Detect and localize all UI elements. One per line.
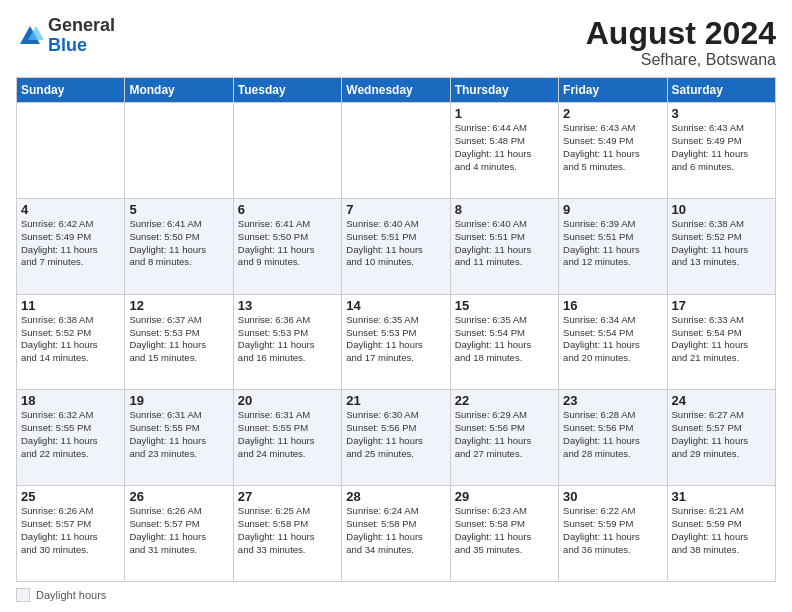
week-row-2: 4Sunrise: 6:42 AM Sunset: 5:49 PM Daylig… <box>17 198 776 294</box>
title-block: August 2024 Sefhare, Botswana <box>586 16 776 69</box>
header-day-friday: Friday <box>559 78 667 103</box>
footer-legend-box <box>16 588 30 602</box>
day-number: 8 <box>455 202 554 217</box>
calendar-cell: 18Sunrise: 6:32 AM Sunset: 5:55 PM Dayli… <box>17 390 125 486</box>
day-number: 15 <box>455 298 554 313</box>
day-info: Sunrise: 6:39 AM Sunset: 5:51 PM Dayligh… <box>563 218 662 269</box>
day-number: 19 <box>129 393 228 408</box>
day-number: 24 <box>672 393 771 408</box>
day-number: 3 <box>672 106 771 121</box>
day-info: Sunrise: 6:24 AM Sunset: 5:58 PM Dayligh… <box>346 505 445 556</box>
calendar-cell: 29Sunrise: 6:23 AM Sunset: 5:58 PM Dayli… <box>450 486 558 582</box>
calendar-cell: 15Sunrise: 6:35 AM Sunset: 5:54 PM Dayli… <box>450 294 558 390</box>
week-row-5: 25Sunrise: 6:26 AM Sunset: 5:57 PM Dayli… <box>17 486 776 582</box>
day-info: Sunrise: 6:43 AM Sunset: 5:49 PM Dayligh… <box>672 122 771 173</box>
calendar-cell <box>125 103 233 199</box>
day-info: Sunrise: 6:31 AM Sunset: 5:55 PM Dayligh… <box>238 409 337 460</box>
calendar-cell: 23Sunrise: 6:28 AM Sunset: 5:56 PM Dayli… <box>559 390 667 486</box>
day-info: Sunrise: 6:42 AM Sunset: 5:49 PM Dayligh… <box>21 218 120 269</box>
day-number: 9 <box>563 202 662 217</box>
day-info: Sunrise: 6:36 AM Sunset: 5:53 PM Dayligh… <box>238 314 337 365</box>
day-number: 26 <box>129 489 228 504</box>
calendar-cell: 21Sunrise: 6:30 AM Sunset: 5:56 PM Dayli… <box>342 390 450 486</box>
calendar-cell <box>233 103 341 199</box>
calendar-cell: 19Sunrise: 6:31 AM Sunset: 5:55 PM Dayli… <box>125 390 233 486</box>
day-number: 28 <box>346 489 445 504</box>
header-day-tuesday: Tuesday <box>233 78 341 103</box>
day-info: Sunrise: 6:41 AM Sunset: 5:50 PM Dayligh… <box>238 218 337 269</box>
calendar-cell: 28Sunrise: 6:24 AM Sunset: 5:58 PM Dayli… <box>342 486 450 582</box>
day-info: Sunrise: 6:27 AM Sunset: 5:57 PM Dayligh… <box>672 409 771 460</box>
header-day-monday: Monday <box>125 78 233 103</box>
day-number: 18 <box>21 393 120 408</box>
day-info: Sunrise: 6:43 AM Sunset: 5:49 PM Dayligh… <box>563 122 662 173</box>
calendar-cell: 17Sunrise: 6:33 AM Sunset: 5:54 PM Dayli… <box>667 294 775 390</box>
calendar-cell: 7Sunrise: 6:40 AM Sunset: 5:51 PM Daylig… <box>342 198 450 294</box>
day-number: 2 <box>563 106 662 121</box>
day-info: Sunrise: 6:22 AM Sunset: 5:59 PM Dayligh… <box>563 505 662 556</box>
day-number: 12 <box>129 298 228 313</box>
calendar-cell: 6Sunrise: 6:41 AM Sunset: 5:50 PM Daylig… <box>233 198 341 294</box>
calendar-cell: 8Sunrise: 6:40 AM Sunset: 5:51 PM Daylig… <box>450 198 558 294</box>
main-title: August 2024 <box>586 16 776 51</box>
calendar-cell <box>342 103 450 199</box>
calendar-cell: 3Sunrise: 6:43 AM Sunset: 5:49 PM Daylig… <box>667 103 775 199</box>
day-info: Sunrise: 6:35 AM Sunset: 5:54 PM Dayligh… <box>455 314 554 365</box>
header: General Blue August 2024 Sefhare, Botswa… <box>16 16 776 69</box>
calendar-cell: 2Sunrise: 6:43 AM Sunset: 5:49 PM Daylig… <box>559 103 667 199</box>
day-info: Sunrise: 6:31 AM Sunset: 5:55 PM Dayligh… <box>129 409 228 460</box>
day-number: 20 <box>238 393 337 408</box>
calendar-cell: 26Sunrise: 6:26 AM Sunset: 5:57 PM Dayli… <box>125 486 233 582</box>
day-info: Sunrise: 6:28 AM Sunset: 5:56 PM Dayligh… <box>563 409 662 460</box>
day-info: Sunrise: 6:32 AM Sunset: 5:55 PM Dayligh… <box>21 409 120 460</box>
header-row: SundayMondayTuesdayWednesdayThursdayFrid… <box>17 78 776 103</box>
day-info: Sunrise: 6:33 AM Sunset: 5:54 PM Dayligh… <box>672 314 771 365</box>
day-info: Sunrise: 6:30 AM Sunset: 5:56 PM Dayligh… <box>346 409 445 460</box>
week-row-4: 18Sunrise: 6:32 AM Sunset: 5:55 PM Dayli… <box>17 390 776 486</box>
calendar-cell: 9Sunrise: 6:39 AM Sunset: 5:51 PM Daylig… <box>559 198 667 294</box>
logo-blue: Blue <box>48 36 115 56</box>
day-number: 1 <box>455 106 554 121</box>
week-row-1: 1Sunrise: 6:44 AM Sunset: 5:48 PM Daylig… <box>17 103 776 199</box>
calendar-cell: 27Sunrise: 6:25 AM Sunset: 5:58 PM Dayli… <box>233 486 341 582</box>
day-info: Sunrise: 6:44 AM Sunset: 5:48 PM Dayligh… <box>455 122 554 173</box>
calendar-cell: 10Sunrise: 6:38 AM Sunset: 5:52 PM Dayli… <box>667 198 775 294</box>
calendar-cell: 5Sunrise: 6:41 AM Sunset: 5:50 PM Daylig… <box>125 198 233 294</box>
day-number: 29 <box>455 489 554 504</box>
day-info: Sunrise: 6:26 AM Sunset: 5:57 PM Dayligh… <box>21 505 120 556</box>
page: General Blue August 2024 Sefhare, Botswa… <box>0 0 792 612</box>
calendar-cell: 16Sunrise: 6:34 AM Sunset: 5:54 PM Dayli… <box>559 294 667 390</box>
day-info: Sunrise: 6:29 AM Sunset: 5:56 PM Dayligh… <box>455 409 554 460</box>
day-number: 14 <box>346 298 445 313</box>
calendar-cell: 13Sunrise: 6:36 AM Sunset: 5:53 PM Dayli… <box>233 294 341 390</box>
calendar-cell: 11Sunrise: 6:38 AM Sunset: 5:52 PM Dayli… <box>17 294 125 390</box>
day-info: Sunrise: 6:34 AM Sunset: 5:54 PM Dayligh… <box>563 314 662 365</box>
calendar-cell: 1Sunrise: 6:44 AM Sunset: 5:48 PM Daylig… <box>450 103 558 199</box>
calendar-cell: 24Sunrise: 6:27 AM Sunset: 5:57 PM Dayli… <box>667 390 775 486</box>
day-number: 5 <box>129 202 228 217</box>
day-number: 16 <box>563 298 662 313</box>
day-number: 30 <box>563 489 662 504</box>
header-day-thursday: Thursday <box>450 78 558 103</box>
calendar-cell: 20Sunrise: 6:31 AM Sunset: 5:55 PM Dayli… <box>233 390 341 486</box>
day-number: 23 <box>563 393 662 408</box>
day-number: 10 <box>672 202 771 217</box>
subtitle: Sefhare, Botswana <box>586 51 776 69</box>
day-info: Sunrise: 6:38 AM Sunset: 5:52 PM Dayligh… <box>21 314 120 365</box>
header-day-sunday: Sunday <box>17 78 125 103</box>
logo: General Blue <box>16 16 115 56</box>
calendar-cell <box>17 103 125 199</box>
calendar-cell: 31Sunrise: 6:21 AM Sunset: 5:59 PM Dayli… <box>667 486 775 582</box>
day-number: 22 <box>455 393 554 408</box>
day-number: 6 <box>238 202 337 217</box>
day-info: Sunrise: 6:41 AM Sunset: 5:50 PM Dayligh… <box>129 218 228 269</box>
day-number: 27 <box>238 489 337 504</box>
day-info: Sunrise: 6:37 AM Sunset: 5:53 PM Dayligh… <box>129 314 228 365</box>
header-day-saturday: Saturday <box>667 78 775 103</box>
day-info: Sunrise: 6:35 AM Sunset: 5:53 PM Dayligh… <box>346 314 445 365</box>
logo-icon <box>16 22 44 50</box>
day-info: Sunrise: 6:40 AM Sunset: 5:51 PM Dayligh… <box>455 218 554 269</box>
day-number: 13 <box>238 298 337 313</box>
week-row-3: 11Sunrise: 6:38 AM Sunset: 5:52 PM Dayli… <box>17 294 776 390</box>
day-info: Sunrise: 6:23 AM Sunset: 5:58 PM Dayligh… <box>455 505 554 556</box>
